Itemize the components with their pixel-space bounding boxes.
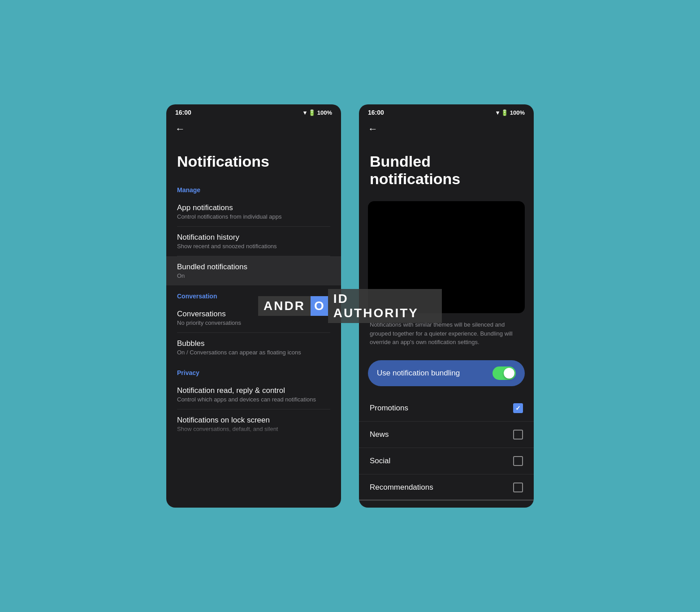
category-social[interactable]: Social — [359, 448, 534, 474]
categories-list: Promotions News Social Recommendations — [359, 395, 534, 501]
video-preview — [368, 201, 525, 313]
toggle-switch[interactable] — [493, 366, 516, 380]
bubbles-title: Bubbles — [177, 339, 330, 348]
app-notifications-title: App notifications — [177, 203, 330, 212]
settings-item-notification-history[interactable]: Notification history Show recent and sno… — [166, 227, 341, 256]
settings-item-lock-screen[interactable]: Notifications on lock screen Show conver… — [166, 409, 341, 439]
page-title-left: Notifications — [166, 139, 341, 179]
settings-item-bundled-notifications[interactable]: Bundled notifications On — [166, 256, 341, 285]
status-bar-left: 16:00 ▾ 🔋 100% — [166, 104, 341, 119]
time-left: 16:00 — [175, 109, 191, 116]
notification-history-subtitle: Show recent and snoozed notifications — [177, 243, 330, 250]
back-button-right[interactable]: ← — [359, 119, 534, 139]
back-icon-right: ← — [368, 123, 378, 134]
settings-item-conversations[interactable]: Conversations No priority conversations — [166, 303, 341, 332]
bubbles-subtitle: On / Conversations can appear as floatin… — [177, 349, 330, 356]
status-icons-right: ▾ 🔋 100% — [496, 109, 525, 116]
battery-label-right: 100% — [510, 109, 525, 116]
notification-read-title: Notification read, reply & control — [177, 386, 330, 395]
settings-item-bubbles[interactable]: Bubbles On / Conversations can appear as… — [166, 333, 341, 362]
section-conversation: Conversation Conversations No priority c… — [166, 285, 341, 362]
settings-item-app-notifications[interactable]: App notifications Control notifications … — [166, 197, 341, 226]
section-label-privacy: Privacy — [166, 362, 341, 380]
lock-screen-title: Notifications on lock screen — [177, 416, 330, 425]
toggle-thumb — [504, 368, 514, 379]
category-news[interactable]: News — [359, 422, 534, 448]
settings-item-notification-read[interactable]: Notification read, reply & control Contr… — [166, 380, 341, 409]
section-privacy: Privacy Notification read, reply & contr… — [166, 362, 341, 439]
conversations-title: Conversations — [177, 310, 330, 319]
promotions-label: Promotions — [370, 404, 408, 413]
status-icons-left: ▾ 🔋 100% — [303, 109, 332, 116]
category-promotions[interactable]: Promotions — [359, 395, 534, 422]
recommendations-checkbox[interactable] — [513, 483, 523, 492]
section-manage: Manage App notifications Control notific… — [166, 179, 341, 285]
social-checkbox[interactable] — [513, 456, 523, 466]
notification-read-subtitle: Control which apps and devices can read … — [177, 396, 330, 403]
toggle-row[interactable]: Use notification bundling — [368, 360, 525, 386]
lock-screen-subtitle: Show conversations, default, and silent — [177, 426, 330, 432]
wifi-icon-left: ▾ — [303, 109, 307, 116]
left-phone-screen: 16:00 ▾ 🔋 100% ← Notifications Manage Ap… — [166, 104, 341, 508]
bundled-description: Notifications with similar themes will b… — [359, 320, 534, 356]
promotions-checkbox[interactable] — [513, 403, 523, 413]
section-label-manage: Manage — [166, 179, 341, 197]
news-checkbox[interactable] — [513, 430, 523, 440]
wifi-icon-right: ▾ — [496, 109, 499, 116]
conversations-subtitle: No priority conversations — [177, 319, 330, 326]
back-button-left[interactable]: ← — [166, 119, 341, 139]
notification-history-title: Notification history — [177, 233, 330, 242]
battery-icon-left: 🔋 — [308, 109, 315, 116]
time-right: 16:00 — [368, 109, 384, 116]
battery-label-left: 100% — [317, 109, 332, 116]
bundled-notifications-title: Bundled notifications — [177, 263, 330, 272]
toggle-label: Use notification bundling — [377, 369, 460, 378]
news-label: News — [370, 430, 389, 439]
category-recommendations[interactable]: Recommendations — [359, 474, 534, 501]
back-icon-left: ← — [175, 123, 185, 134]
page-title-right: Bundled notifications — [359, 139, 534, 197]
section-label-conversation: Conversation — [166, 285, 341, 303]
battery-icon-right: 🔋 — [501, 109, 508, 116]
status-bar-right: 16:00 ▾ 🔋 100% — [359, 104, 534, 119]
social-label: Social — [370, 457, 390, 465]
app-notifications-subtitle: Control notifications from individual ap… — [177, 213, 330, 220]
bundled-notifications-subtitle: On — [177, 272, 330, 279]
right-phone-screen: 16:00 ▾ 🔋 100% ← Bundled notifications N… — [359, 104, 534, 508]
recommendations-label: Recommendations — [370, 483, 433, 492]
